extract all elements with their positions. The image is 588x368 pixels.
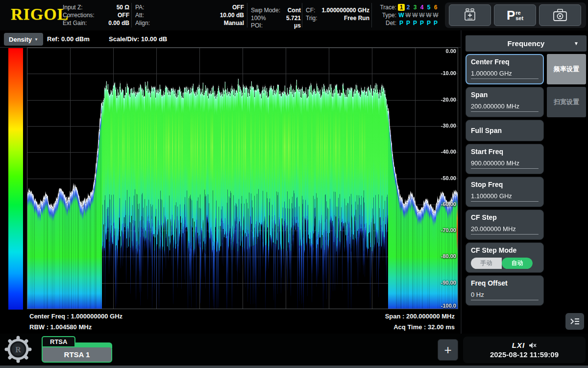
trace-type: W bbox=[425, 12, 432, 19]
stop-freq-value: 1.100000 GHz bbox=[471, 192, 539, 202]
menu-title-dropdown[interactable]: Frequency ▼ bbox=[466, 35, 587, 52]
bottom-edge-strip bbox=[0, 366, 588, 368]
y-axis-tick: -40.00 bbox=[441, 149, 456, 155]
y-axis-tick: 0.00 bbox=[446, 48, 456, 54]
y-axis-tick: -30.00 bbox=[441, 123, 456, 129]
system-status-panel[interactable]: LXI 2025-08-12 11:59:09 bbox=[463, 337, 586, 363]
multiview-icon: VIEW bbox=[462, 7, 478, 24]
input-settings-section: Input Z:50 Ω Corrections:OFF Ext Gain:0.… bbox=[63, 4, 129, 27]
y-axis-tick: -100.0 bbox=[441, 303, 456, 309]
rigol-logo: RIGOL bbox=[11, 5, 69, 24]
preset-button[interactable]: P re set bbox=[494, 4, 536, 26]
divider bbox=[247, 3, 247, 27]
ref-level-label: Ref: 0.00 dBm bbox=[47, 35, 90, 43]
y-axis-tick: -80.00 bbox=[441, 254, 456, 260]
trace-type: W bbox=[398, 12, 405, 19]
y-axis-tick: -20.00 bbox=[441, 97, 456, 103]
trace-5-badge[interactable]: 5 bbox=[425, 4, 432, 11]
menu-start-freq[interactable]: Start Freq 900.000000 MHz bbox=[466, 144, 544, 174]
menu-center-freq[interactable]: Center Freq 1.000000 GHz bbox=[466, 54, 544, 84]
trace-detector: P bbox=[425, 20, 432, 26]
center-freq-value: 1.000000 GHz bbox=[471, 70, 539, 79]
menu-freq-offset[interactable]: Freq Offset 0 Hz bbox=[466, 275, 544, 306]
trace-4-badge[interactable]: 4 bbox=[418, 4, 425, 11]
trace-detector: P bbox=[412, 20, 418, 26]
menu-cf-step[interactable]: CF Step 20.000000 MHz bbox=[466, 210, 544, 240]
y-axis-tick: -60.00 bbox=[441, 201, 456, 207]
trace-type: W bbox=[405, 12, 412, 19]
toggle-auto[interactable]: 自动 bbox=[502, 258, 533, 269]
speaker-muted-icon bbox=[529, 342, 537, 349]
chevron-down-icon: ▼ bbox=[574, 41, 579, 46]
trace-detector: P bbox=[418, 20, 425, 26]
span-value: 200.000000 MHz bbox=[471, 103, 539, 112]
divider bbox=[131, 3, 132, 27]
system-gear-button[interactable]: R bbox=[4, 335, 32, 364]
trace-type: W bbox=[418, 12, 425, 19]
y-axis-tick: -10.00 bbox=[441, 71, 456, 77]
add-mode-button[interactable]: + bbox=[438, 339, 458, 361]
tab-frequency-setup[interactable]: 频率设置 bbox=[547, 54, 586, 84]
sweep-settings-section: Swp Mode:Cont 100% POI:5.721 μs bbox=[251, 7, 301, 29]
y-axis-tick: -70.00 bbox=[441, 227, 456, 233]
menu-full-span[interactable]: Full Span bbox=[466, 120, 544, 141]
top-status-bar: RIGOL Input Z:50 Ω Corrections:OFF Ext G… bbox=[0, 0, 588, 30]
y-axis-tick: -90.00 bbox=[441, 280, 456, 286]
frequency-menu-panel: Frequency ▼ Center Freq 1.000000 GHz Spa… bbox=[461, 30, 588, 334]
chevron-down-icon: ▼ bbox=[34, 37, 38, 42]
trace-status: Trace: 1 2 3 4 5 6 Type: W W W W W W Det… bbox=[375, 3, 439, 27]
preset-label: P bbox=[507, 8, 515, 23]
tab-span-setup[interactable]: 扫宽设置 bbox=[547, 87, 586, 117]
toggle-manual[interactable]: 手动 bbox=[471, 258, 502, 269]
density-colorbar bbox=[8, 48, 23, 310]
gear-icon: R bbox=[4, 335, 32, 364]
center-freq-annotation: Center Freq : 1.000000000 GHz bbox=[29, 313, 122, 320]
mode-tab-group: RTSA RTSA 1 bbox=[42, 336, 113, 363]
trace-6-badge[interactable]: 6 bbox=[432, 4, 439, 11]
datetime-label: 2025-08-12 11:59:09 bbox=[490, 350, 559, 359]
menu-span[interactable]: Span 200.000000 MHz bbox=[466, 87, 544, 117]
trace-type: W bbox=[412, 12, 418, 19]
scale-div-label: Scale/Div: 10.00 dB bbox=[109, 35, 167, 43]
camera-icon bbox=[552, 7, 568, 23]
task-bar: R RTSA RTSA 1 + LXI 2025-08-12 11:59:09 bbox=[0, 334, 588, 366]
multiview-button[interactable]: VIEW bbox=[449, 4, 491, 26]
amplitude-settings-section: PA:OFF Att:10.00 dB Align:Manual bbox=[135, 4, 244, 27]
expand-menu-icon bbox=[569, 317, 580, 326]
trace-detector: P bbox=[405, 20, 412, 26]
topbar-quick-buttons: VIEW P re set bbox=[445, 2, 586, 28]
trace-detector: P bbox=[432, 20, 439, 26]
menu-cf-step-mode[interactable]: CF Step Mode 手动 自动 bbox=[466, 242, 544, 273]
trace-type: W bbox=[432, 12, 439, 19]
start-freq-value: 900.000000 MHz bbox=[471, 159, 539, 169]
svg-text:VIEW: VIEW bbox=[467, 18, 472, 20]
mode-tab-label[interactable]: RTSA bbox=[42, 336, 75, 347]
spectrum-display-region: Density ▼ Ref: 0.00 dBm Scale/Div: 10.00… bbox=[0, 30, 461, 334]
freq-offset-value: 0 Hz bbox=[471, 291, 539, 300]
rtsa-instance-tab[interactable]: RTSA 1 bbox=[42, 346, 112, 363]
rbw-annotation: RBW : 1.004580 MHz bbox=[29, 323, 92, 331]
cf-trig-section: CF:1.000000000 GHz Trig:Free Run bbox=[306, 7, 369, 22]
display-mode-dropdown[interactable]: Density ▼ bbox=[4, 33, 43, 46]
trace-3-badge[interactable]: 3 bbox=[412, 4, 418, 11]
cf-step-value: 20.000000 MHz bbox=[471, 225, 539, 235]
spectrum-graph: 0.00 -10.00 -20.00 -30.00 -40.00 -50.00 … bbox=[27, 48, 458, 309]
y-axis-tick: -50.00 bbox=[441, 175, 456, 181]
cf-step-mode-toggle[interactable]: 手动 自动 bbox=[471, 258, 533, 269]
trace-detector: P bbox=[398, 20, 405, 26]
density-spectrum-canvas bbox=[27, 48, 458, 309]
screenshot-button[interactable] bbox=[539, 4, 581, 26]
divider bbox=[371, 3, 372, 27]
menu-stop-freq[interactable]: Stop Freq 1.100000 GHz bbox=[466, 177, 544, 207]
acq-time-annotation: Acq Time : 32.00 ms bbox=[393, 323, 455, 331]
svg-text:R: R bbox=[15, 345, 21, 354]
divider bbox=[302, 3, 302, 27]
lxi-logo: LXI bbox=[512, 341, 525, 349]
rigol-rtsa-screen: RIGOL Input Z:50 Ω Corrections:OFF Ext G… bbox=[0, 0, 588, 368]
menu-expand-button[interactable] bbox=[565, 313, 584, 330]
trace-2-badge[interactable]: 2 bbox=[405, 4, 412, 11]
trace-1-badge[interactable]: 1 bbox=[398, 4, 405, 11]
span-annotation: Span : 200.000000 MHz bbox=[385, 313, 455, 320]
